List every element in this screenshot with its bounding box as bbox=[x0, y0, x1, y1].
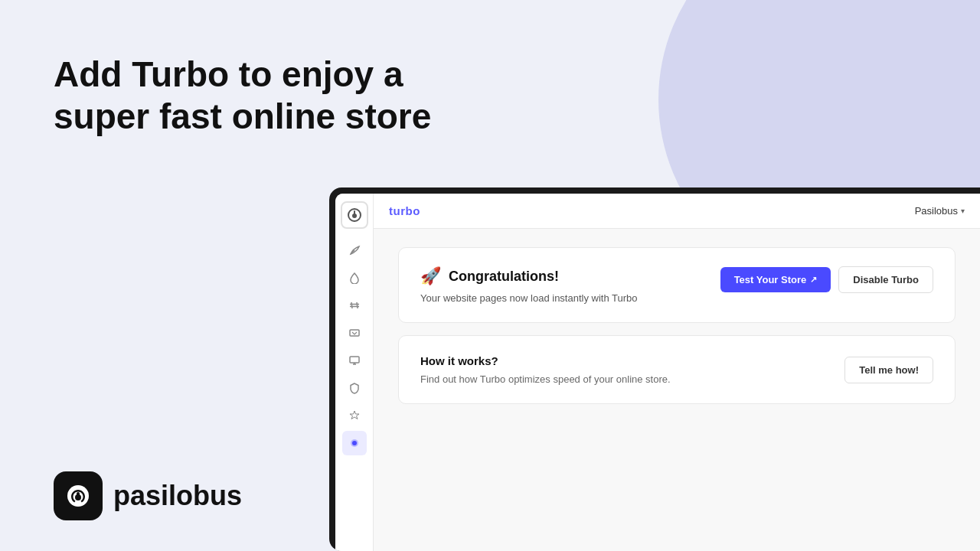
how-left: How it works? Find out how Turbo optimiz… bbox=[420, 354, 671, 385]
congrats-heading: Congratulations! bbox=[449, 269, 559, 285]
logo-text: pasilobus bbox=[113, 480, 242, 512]
sidebar-icon-shield[interactable] bbox=[342, 376, 367, 400]
main-area: turbo Pasilobus ▾ 🚀 Congratulations! You… bbox=[374, 194, 980, 551]
brand-logo: pasilobus bbox=[54, 471, 242, 520]
congrats-actions: Test Your Store ↗ Disable Turbo bbox=[720, 266, 933, 293]
topbar: turbo Pasilobus ▾ bbox=[374, 194, 980, 229]
how-heading: How it works? bbox=[420, 354, 671, 367]
svg-line-7 bbox=[351, 302, 352, 308]
sidebar-icon-drop[interactable] bbox=[342, 266, 367, 290]
app-window: turbo Pasilobus ▾ 🚀 Congratulations! You… bbox=[329, 187, 980, 551]
sidebar-icon-resize[interactable] bbox=[342, 321, 367, 345]
how-subtitle: Find out how Turbo optimizes speed of yo… bbox=[420, 373, 671, 385]
main-content: 🚀 Congratulations! Your website pages no… bbox=[374, 229, 980, 551]
svg-rect-12 bbox=[350, 357, 359, 363]
svg-rect-2 bbox=[77, 492, 80, 500]
chevron-down-icon: ▾ bbox=[961, 207, 965, 215]
congrats-subtitle: Your website pages now load instantly wi… bbox=[420, 292, 638, 304]
sidebar-icon-star[interactable] bbox=[342, 403, 367, 428]
sidebar-icon-hash[interactable] bbox=[342, 293, 367, 318]
sidebar bbox=[335, 194, 374, 551]
sidebar-icon-feather[interactable] bbox=[342, 238, 367, 262]
svg-point-16 bbox=[352, 441, 357, 445]
rocket-icon: 🚀 bbox=[420, 266, 441, 286]
test-store-button[interactable]: Test Your Store ↗ bbox=[720, 267, 831, 292]
sidebar-logo bbox=[341, 201, 368, 229]
congratulations-card: 🚀 Congratulations! Your website pages no… bbox=[398, 247, 956, 323]
congrats-left: 🚀 Congratulations! Your website pages no… bbox=[420, 266, 638, 304]
topbar-brand: turbo bbox=[389, 204, 420, 217]
external-link-icon: ↗ bbox=[810, 275, 817, 285]
topbar-user[interactable]: Pasilobus ▾ bbox=[915, 205, 965, 217]
tell-me-how-button[interactable]: Tell me how! bbox=[844, 357, 933, 383]
headline-block: Add Turbo to enjoy a super fast online s… bbox=[54, 54, 431, 138]
sidebar-icon-turbo[interactable] bbox=[342, 431, 367, 455]
logo-icon bbox=[54, 471, 103, 520]
congrats-title: 🚀 Congratulations! bbox=[420, 266, 638, 286]
svg-rect-5 bbox=[354, 210, 355, 215]
svg-line-8 bbox=[357, 302, 358, 308]
app-window-inner: turbo Pasilobus ▾ 🚀 Congratulations! You… bbox=[335, 194, 980, 551]
topbar-username: Pasilobus bbox=[915, 205, 958, 217]
sidebar-icon-screen[interactable] bbox=[342, 348, 367, 373]
headline-text: Add Turbo to enjoy a super fast online s… bbox=[54, 54, 431, 138]
how-it-works-card: How it works? Find out how Turbo optimiz… bbox=[398, 335, 956, 404]
disable-turbo-button[interactable]: Disable Turbo bbox=[838, 266, 933, 293]
